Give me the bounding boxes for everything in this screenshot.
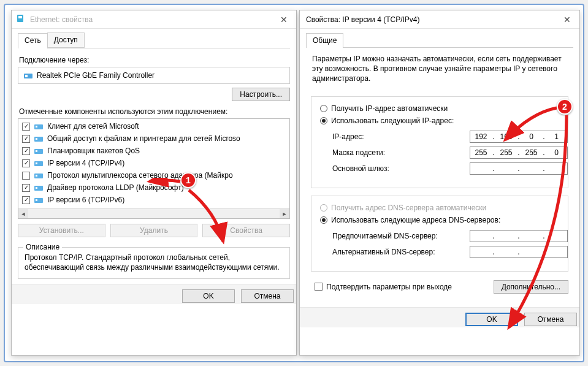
description-text: Протокол TCP/IP. Стандартный протокол гл… xyxy=(25,253,283,272)
cancel-button-right[interactable]: Отмена xyxy=(524,313,577,326)
horizontal-scrollbar[interactable]: ◄ ► xyxy=(18,208,289,218)
ip-label: IP-адрес: xyxy=(332,132,464,141)
intro-text: Параметры IP можно назначать автоматичес… xyxy=(312,54,570,84)
network-component-icon xyxy=(34,183,44,192)
dns1-label: Предпочитаемый DNS-сервер: xyxy=(332,232,464,240)
svg-rect-9 xyxy=(36,150,37,152)
description-group: Описание Протокол TCP/IP. Стандартный пр… xyxy=(18,247,290,279)
uninstall-button[interactable]: Удалить xyxy=(110,224,198,237)
dns1-input[interactable]: . . . xyxy=(470,230,568,242)
window-title-right: Свойства: IP версии 4 (TCP/IPv4) xyxy=(304,15,559,24)
component-checkbox[interactable] xyxy=(22,123,30,131)
tab-general[interactable]: Общие xyxy=(306,33,343,48)
list-item[interactable]: IP версии 4 (TCP/IPv4) xyxy=(18,157,289,169)
adapter-box: Realtek PCIe GbE Family Controller xyxy=(18,67,290,84)
tab-network[interactable]: Сеть xyxy=(18,33,48,48)
ok-button-left[interactable]: OK xyxy=(182,289,235,303)
nic-icon xyxy=(15,13,28,25)
network-component-icon xyxy=(34,134,44,143)
component-label: Протокол мультиплексора сетевого адаптер… xyxy=(47,171,233,180)
list-item[interactable]: Общий доступ к файлам и принтерам для се… xyxy=(18,132,289,145)
svg-rect-7 xyxy=(36,138,37,140)
adapter-name: Realtek PCIe GbE Family Controller xyxy=(37,71,155,80)
components-label: Отмеченные компоненты используются этим … xyxy=(19,107,290,116)
scroll-left-icon[interactable]: ◄ xyxy=(18,209,28,219)
component-checkbox[interactable] xyxy=(22,184,30,192)
tab-access[interactable]: Доступ xyxy=(47,32,85,48)
component-label: IP версии 4 (TCP/IPv4) xyxy=(47,159,124,167)
annotation-2-icon: 2 xyxy=(557,99,573,115)
confirm-on-exit-label: Подтвердить параметры при выходе xyxy=(326,283,452,291)
list-item[interactable]: Драйвер протокола LLDP (Майкрософт) xyxy=(18,181,289,194)
radio-static-ip-label: Использовать следующий IP-адрес: xyxy=(331,116,454,125)
dns2-label: Альтернативный DNS-сервер: xyxy=(332,248,464,256)
properties-button[interactable]: Свойства xyxy=(202,224,290,237)
component-label: Планировщик пакетов QoS xyxy=(47,147,140,155)
ip-group: Получить IP-адрес автоматически Использо… xyxy=(311,96,568,188)
component-label: Общий доступ к файлам и принтерам для се… xyxy=(47,134,240,143)
titlebar-right: Свойства: IP версии 4 (TCP/IPv4) ✕ xyxy=(300,10,579,29)
network-component-icon xyxy=(34,147,44,155)
component-checkbox[interactable] xyxy=(22,159,30,167)
mask-label: Маска подсети: xyxy=(332,148,464,157)
svg-rect-15 xyxy=(36,187,37,189)
component-label: Клиент для сетей Microsoft xyxy=(47,122,139,131)
network-component-icon xyxy=(34,196,44,204)
radio-static-ip[interactable] xyxy=(320,117,327,124)
component-label: IP версии 6 (TCP/IPv6) xyxy=(47,196,124,204)
svg-rect-5 xyxy=(36,126,37,128)
dns2-input[interactable]: . . . xyxy=(470,246,568,258)
ok-button-right[interactable]: OK xyxy=(465,313,518,326)
close-icon[interactable]: ✕ xyxy=(559,15,576,25)
dns-group: Получить адрес DNS-сервера автоматически… xyxy=(311,196,568,272)
configure-button[interactable]: Настроить... xyxy=(232,88,290,101)
list-item[interactable]: Планировщик пакетов QoS xyxy=(18,145,289,157)
titlebar-left: Ethernet: свойства ✕ xyxy=(12,10,296,29)
svg-rect-17 xyxy=(36,199,37,201)
list-item[interactable]: IP версии 6 (TCP/IPv6) xyxy=(18,194,289,206)
list-item[interactable]: Протокол мультиплексора сетевого адаптер… xyxy=(18,169,289,181)
close-icon[interactable]: ✕ xyxy=(275,15,292,25)
connect-via-label: Подключение через: xyxy=(19,56,290,64)
window-title: Ethernet: свойства xyxy=(28,15,275,24)
cancel-button-left[interactable]: Отмена xyxy=(241,289,294,303)
ipv4-properties-window: Свойства: IP версии 4 (TCP/IPv4) ✕ Общие… xyxy=(299,10,580,356)
components-listbox[interactable]: Клиент для сетей MicrosoftОбщий доступ к… xyxy=(18,118,290,219)
component-checkbox[interactable] xyxy=(22,135,30,143)
svg-rect-1 xyxy=(18,16,22,18)
network-component-icon xyxy=(34,171,44,180)
tabstrip-left: Сеть Доступ xyxy=(18,32,290,48)
svg-rect-3 xyxy=(25,75,28,77)
component-checkbox[interactable] xyxy=(22,147,30,155)
ethernet-properties-window: Ethernet: свойства ✕ Сеть Доступ Подключ… xyxy=(11,10,297,356)
install-button[interactable]: Установить... xyxy=(18,224,105,237)
ip-input[interactable]: 192. 168. 0. 1 xyxy=(470,131,568,143)
annotation-1-icon: 1 xyxy=(180,172,196,188)
tabstrip-right: Общие xyxy=(306,32,573,48)
scroll-right-icon[interactable]: ► xyxy=(280,209,289,219)
gw-label: Основной шлюз: xyxy=(332,164,464,173)
network-component-icon xyxy=(34,159,44,167)
mask-input[interactable]: 255. 255. 255. 0 xyxy=(470,147,568,159)
adapter-icon xyxy=(23,71,33,80)
radio-auto-ip[interactable] xyxy=(320,105,327,112)
radio-auto-dns-label: Получить адрес DNS-сервера автоматически xyxy=(331,204,486,212)
svg-rect-11 xyxy=(36,162,37,164)
confirm-on-exit-checkbox[interactable] xyxy=(315,283,323,291)
radio-static-dns[interactable] xyxy=(320,216,327,224)
radio-auto-dns xyxy=(320,204,327,212)
list-item[interactable]: Клиент для сетей Microsoft xyxy=(18,120,289,132)
radio-static-dns-label: Использовать следующие адреса DNS-сервер… xyxy=(331,216,500,224)
svg-rect-13 xyxy=(36,175,37,177)
gw-input[interactable]: . . . xyxy=(470,162,568,175)
network-component-icon xyxy=(34,122,44,131)
advanced-button[interactable]: Дополнительно... xyxy=(494,280,568,294)
description-legend: Описание xyxy=(23,243,62,251)
component-label: Драйвер протокола LLDP (Майкрософт) xyxy=(47,183,184,192)
component-checkbox[interactable] xyxy=(22,196,30,204)
component-checkbox[interactable] xyxy=(22,172,30,180)
radio-auto-ip-label: Получить IP-адрес автоматически xyxy=(331,104,448,113)
